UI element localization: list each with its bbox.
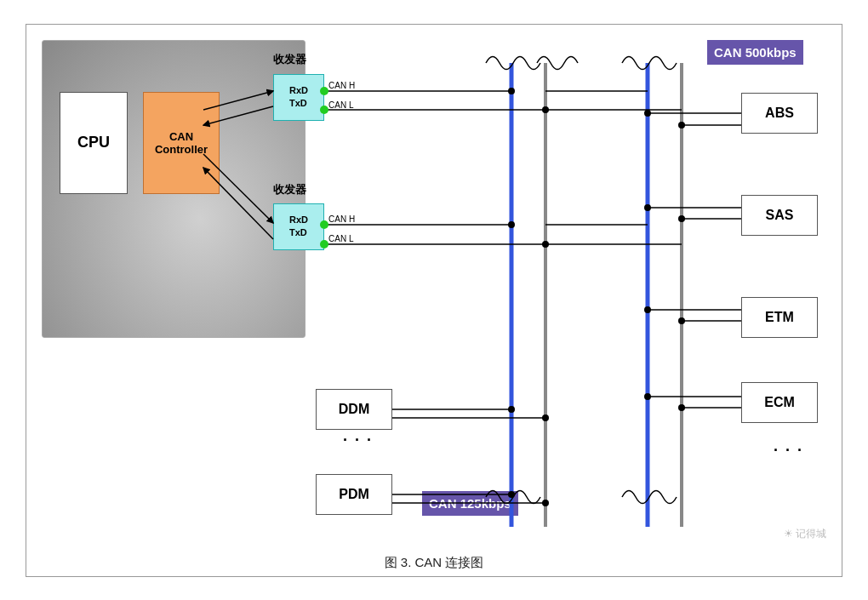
transceiver2-label: 收发器 — [273, 182, 306, 197]
can-500kbps-text: CAN 500kbps — [714, 45, 797, 60]
right-dots: · · · — [774, 442, 803, 460]
transceiver2-text: 收发器 — [273, 183, 306, 196]
svg-point-29 — [542, 414, 549, 421]
cpu-box: CPU — [60, 92, 128, 194]
abs-label: ABS — [765, 106, 794, 121]
diagram-caption: 图 3. CAN 连接图 — [385, 548, 484, 576]
sas-box: SAS — [741, 195, 818, 236]
svg-point-51 — [678, 317, 685, 324]
can-125kbps-badge: CAN 125kbps — [422, 491, 518, 517]
svg-text:CAN L: CAN L — [328, 100, 354, 110]
ecm-box: ECM — [741, 382, 818, 423]
transceiver2-box: RxDTxD — [273, 203, 324, 250]
svg-point-49 — [644, 306, 651, 313]
can-500kbps-badge: CAN 500kbps — [707, 40, 803, 66]
svg-point-53 — [644, 393, 651, 400]
svg-point-25 — [542, 241, 549, 248]
pdm-box: PDM — [316, 474, 392, 515]
svg-text:CAN H: CAN H — [328, 81, 355, 90]
svg-text:CAN L: CAN L — [328, 234, 354, 243]
cpu-label: CPU — [77, 134, 110, 151]
ecm-label: ECM — [764, 395, 795, 410]
svg-point-20 — [508, 88, 515, 94]
main-container: CPU CANController 收发器 RxDTxD 收发器 RxDTxD … — [26, 24, 842, 577]
transceiver1-label: 收发器 — [273, 52, 306, 67]
svg-point-33 — [542, 500, 549, 506]
left-system-box: CPU CANController — [42, 40, 306, 338]
transceiver2-inner: RxDTxD — [289, 214, 308, 240]
can-controller-label: CANController — [155, 130, 208, 156]
watermark: ☀ 记得城 — [784, 527, 826, 541]
svg-point-45 — [644, 204, 651, 211]
svg-point-41 — [644, 110, 651, 117]
etm-box: ETM — [741, 297, 818, 338]
svg-point-47 — [678, 215, 685, 222]
svg-point-21 — [542, 106, 549, 113]
can-controller-box: CANController — [143, 92, 220, 194]
abs-box: ABS — [741, 93, 818, 134]
svg-point-24 — [508, 221, 515, 228]
can-125kbps-text: CAN 125kbps — [429, 496, 511, 511]
svg-point-55 — [678, 404, 685, 411]
svg-point-43 — [678, 122, 685, 129]
svg-point-27 — [508, 406, 515, 413]
etm-label: ETM — [765, 310, 794, 325]
sas-label: SAS — [766, 208, 794, 223]
transceiver1-text: 收发器 — [273, 53, 306, 66]
ddm-box: DDM — [316, 389, 392, 430]
transceiver1-inner: RxDTxD — [289, 84, 308, 111]
transceiver1-box: RxDTxD — [273, 74, 324, 121]
diagram-area: CPU CANController 收发器 RxDTxD 收发器 RxDTxD … — [26, 25, 842, 548]
left-dots: · · · — [343, 431, 373, 449]
pdm-label: PDM — [339, 487, 369, 502]
svg-text:CAN H: CAN H — [328, 214, 355, 224]
ddm-label: DDM — [339, 402, 369, 417]
